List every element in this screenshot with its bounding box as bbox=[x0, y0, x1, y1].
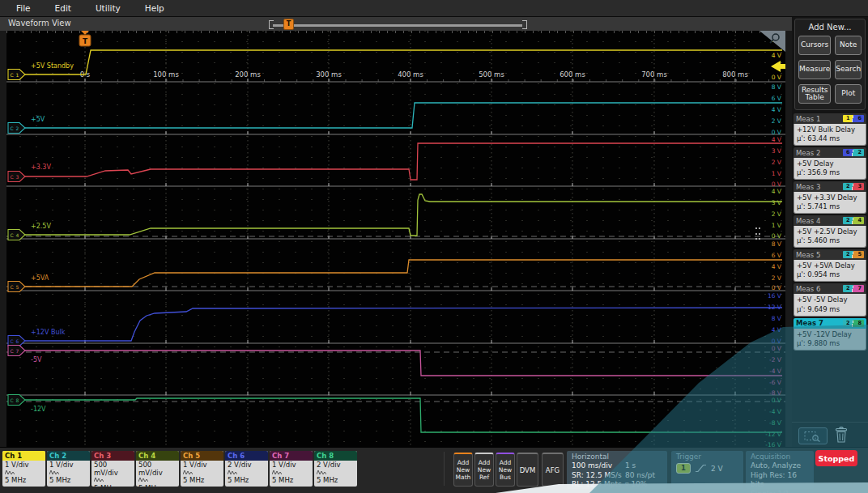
measurement-value: µ': 0.954 ms bbox=[797, 270, 863, 279]
acquisition-settings-panel[interactable]: Acquisition Auto, AnalyzeHigh Res: 16 bi… bbox=[746, 451, 814, 489]
channel-scale: 2 V/div bbox=[228, 461, 266, 470]
side-panel-footer bbox=[792, 422, 868, 448]
add-new-title: Add New... bbox=[798, 23, 862, 32]
axis-label: -8 V bbox=[769, 389, 782, 397]
add-new-plot-button[interactable]: Plot bbox=[835, 84, 862, 104]
measurement-label: +5V Delay bbox=[797, 159, 863, 168]
channel-handle-C7[interactable]: C 7 bbox=[8, 346, 25, 356]
channel-name-label: +2.5V bbox=[31, 223, 51, 230]
channel-badge-body: 500 mV/div5 MHz bbox=[91, 461, 134, 487]
zoom-box-button[interactable] bbox=[798, 427, 828, 444]
zoom-box-icon bbox=[804, 431, 822, 442]
svg-text:C 8: C 8 bbox=[11, 397, 19, 403]
channel-handle-C6[interactable]: C 6 bbox=[8, 336, 25, 346]
pan-zoom-slider-track[interactable] bbox=[273, 24, 522, 27]
results-side-panel: Add New... CursorsNoteMeasureSearchResul… bbox=[792, 17, 868, 447]
add-new-math-button[interactable]: Add New Math bbox=[453, 453, 473, 487]
channel-badge-header: Ch 5 bbox=[181, 451, 223, 461]
time-axis-label: 800 ms bbox=[722, 70, 748, 79]
axis-label: 0 V bbox=[772, 284, 782, 291]
add-new-results-table-button[interactable]: Results Table bbox=[798, 84, 831, 104]
menu-item-utility[interactable]: Utility bbox=[96, 3, 121, 13]
waveform-view-tab[interactable]: Waveform View T bbox=[0, 17, 792, 31]
waveform-view-title: Waveform View bbox=[8, 19, 71, 28]
trigger-settings-panel[interactable]: Trigger 1 2 V bbox=[671, 451, 743, 489]
trigger-level-arrow-icon[interactable] bbox=[771, 61, 785, 72]
measurement-item-2[interactable]: Meas 262+5V Delayµ': 356.9 ms bbox=[794, 147, 866, 180]
trigger-title: Trigger bbox=[676, 453, 738, 461]
add-new-ref-button[interactable]: Add New Ref bbox=[474, 453, 494, 487]
channel-badge-ch7[interactable]: Ch 71 V/div5 MHz bbox=[270, 451, 313, 487]
channel-handle-C1[interactable]: C 1 bbox=[8, 70, 25, 80]
afg-button[interactable]: AFG bbox=[542, 453, 564, 487]
channel-scale: 2 V/div bbox=[317, 461, 355, 470]
horizontal-row: 100 ms/div1 s bbox=[572, 461, 662, 471]
measurement-label: +5V +3.3V Delay bbox=[797, 193, 863, 202]
channel-name-label: -5V bbox=[31, 356, 42, 363]
measurement-name: Meas 4 bbox=[796, 217, 820, 225]
channel-handle-C8[interactable]: C 8 bbox=[8, 395, 25, 406]
channel-handle-C2[interactable]: C 2 bbox=[8, 123, 25, 134]
channel-badge-ch2[interactable]: Ch 21 V/div5 MHz bbox=[47, 451, 90, 487]
acquisition-title: Acquisition bbox=[751, 453, 809, 461]
run-stop-button[interactable]: Stopped bbox=[815, 450, 857, 466]
acquisition-row: Auto, Analyze bbox=[751, 461, 809, 471]
axis-label: 12 V bbox=[768, 304, 782, 311]
channel-handle-C3[interactable]: C 3 bbox=[8, 172, 25, 182]
measurement-value: µ': 9.880 ms bbox=[797, 339, 863, 348]
panel-splitter-grip-icon[interactable] bbox=[755, 227, 762, 240]
magnifier-icon[interactable] bbox=[760, 31, 785, 52]
measurement-item-4[interactable]: Meas 424+5V +2.5V Delayµ': 5.460 ms bbox=[794, 215, 866, 248]
channel-badge-ch6[interactable]: Ch 62 V/div5 MHz bbox=[225, 451, 268, 487]
add-new-note-button[interactable]: Note bbox=[835, 36, 862, 55]
menu-item-file[interactable]: File bbox=[16, 3, 31, 13]
bottom-settings-bar: Ch 11 V/div5 MHzCh 21 V/div5 MHzCh 3500 … bbox=[0, 447, 868, 493]
measurement-item-1[interactable]: Meas 116+12V Bulk Delayµ': 63.44 ms bbox=[794, 113, 866, 146]
axis-label: 2 V bbox=[772, 117, 782, 125]
measurement-value: µ': 9.649 ms bbox=[797, 305, 863, 314]
measurement-item-7[interactable]: Meas 728+5V -12V Delayµ': 9.880 ms bbox=[794, 318, 866, 351]
measurement-item-3[interactable]: Meas 323+5V +3.3V Delayµ': 5.741 ms bbox=[794, 181, 866, 214]
trigger-position-marker[interactable]: T bbox=[283, 19, 294, 30]
measurement-value: µ': 356.9 ms bbox=[797, 168, 863, 177]
measurement-item-5[interactable]: Meas 525+5V +5VA Delayµ': 0.954 ms bbox=[794, 249, 866, 282]
menu-item-edit[interactable]: Edit bbox=[55, 3, 71, 13]
channel-badge-ch8[interactable]: Ch 82 V/div5 MHz bbox=[314, 451, 357, 487]
dvm-button[interactable]: DVM bbox=[517, 453, 538, 487]
trace-+12V Bulk bbox=[8, 308, 782, 341]
waveform-plot-area[interactable]: 0 s100 ms200 ms300 ms400 ms500 ms600 ms7… bbox=[6, 31, 785, 447]
channel-badge-body: 1 V/div5 MHz bbox=[270, 461, 313, 486]
svg-text:C 6: C 6 bbox=[11, 338, 19, 344]
axis-label: 0 V bbox=[772, 338, 782, 345]
channel-badge-ch1[interactable]: Ch 11 V/div5 MHz bbox=[2, 451, 45, 487]
add-new-measure-button[interactable]: Measure bbox=[798, 60, 831, 79]
pan-zoom-right-bracket[interactable] bbox=[522, 20, 527, 29]
trigger-t-flag-icon[interactable]: T bbox=[79, 31, 91, 46]
menu-item-help[interactable]: Help bbox=[145, 3, 164, 13]
menu-bar: FileEditUtilityHelp bbox=[0, 0, 868, 17]
axis-label: 3 V bbox=[772, 199, 782, 206]
channel-badge-ch4[interactable]: Ch 4500 mV/div5 MHz bbox=[136, 451, 179, 487]
channel-badge-header: Ch 7 bbox=[270, 451, 313, 461]
channel-scale: 1 V/div bbox=[49, 461, 87, 470]
trash-button[interactable] bbox=[834, 426, 849, 447]
horizontal-settings-panel[interactable]: Horizontal 100 ms/div1 sSR: 12.5 MS/s80 … bbox=[567, 451, 667, 489]
channel-badge-ch5[interactable]: Ch 51 V/div5 MHz bbox=[181, 451, 223, 487]
channel-badge-ch3[interactable]: Ch 3500 mV/div5 MHz bbox=[91, 451, 134, 487]
channel-scale: 1 V/div bbox=[5, 461, 43, 470]
measurement-source-badge: 23 bbox=[843, 183, 864, 190]
add-new-search-button[interactable]: Search bbox=[835, 60, 862, 79]
measurement-item-6[interactable]: Meas 627+5V -5V Delayµ': 9.649 ms bbox=[794, 283, 866, 316]
trace-+5VA bbox=[8, 260, 782, 287]
add-new-cursors-button[interactable]: Cursors bbox=[798, 36, 831, 55]
axis-label: 0 V bbox=[772, 129, 782, 136]
add-new-bus-button[interactable]: Add New Bus bbox=[496, 453, 515, 487]
svg-text:C 7: C 7 bbox=[11, 348, 19, 354]
acquisition-row: High Res: 16 bits bbox=[751, 471, 809, 490]
horizontal-rows: 100 ms/div1 sSR: 12.5 MS/s80 ns/ptRL: 12… bbox=[572, 461, 662, 490]
trigger-summary-row: 1 2 V bbox=[676, 463, 738, 474]
svg-text:C 5: C 5 bbox=[11, 284, 19, 290]
add-new-button-grid: CursorsNoteMeasureSearchResults TablePlo… bbox=[798, 36, 862, 104]
channel-badge-body: 1 V/div5 MHz bbox=[2, 461, 45, 486]
measurement-value: µ': 5.741 ms bbox=[797, 202, 863, 211]
